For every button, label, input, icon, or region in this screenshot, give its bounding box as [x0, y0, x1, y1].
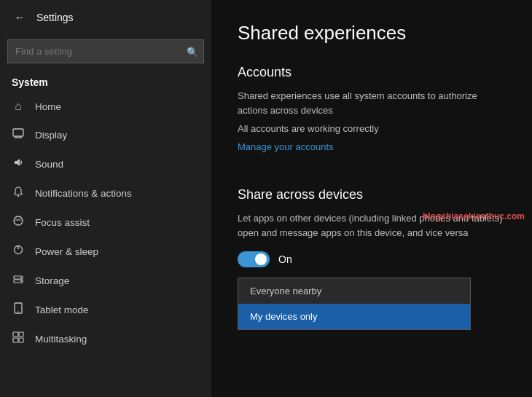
- sidebar-item-label: Storage: [35, 275, 69, 286]
- multitasking-icon: [12, 331, 25, 346]
- power-icon: [12, 244, 25, 259]
- svg-point-12: [20, 280, 22, 282]
- sidebar-item-label: Home: [35, 101, 61, 112]
- svg-point-11: [20, 277, 22, 278]
- toggle-label: On: [278, 253, 292, 265]
- sidebar-item-multitasking[interactable]: Multitasking: [0, 324, 211, 353]
- sidebar-item-power[interactable]: Power & sleep: [0, 237, 211, 266]
- svg-marker-4: [15, 159, 20, 166]
- sidebar-item-notifications[interactable]: Notifications & actions: [0, 178, 211, 208]
- svg-rect-0: [13, 129, 23, 136]
- sidebar-item-home[interactable]: ⌂ Home: [0, 93, 211, 120]
- search-icon: 🔍: [187, 46, 198, 57]
- toggle-knob: [255, 253, 267, 265]
- svg-rect-17: [13, 338, 18, 342]
- accounts-status: All accounts are working correctly: [238, 123, 506, 134]
- sidebar-item-focus[interactable]: Focus assist: [0, 208, 211, 237]
- nav-list: ⌂ Home Display Sound Notifications & act…: [0, 93, 211, 353]
- svg-rect-15: [13, 332, 18, 337]
- back-icon: ←: [15, 12, 25, 23]
- dropdown-item-mydevices[interactable]: My devices only: [238, 304, 470, 329]
- sidebar-item-sound[interactable]: Sound: [0, 149, 211, 178]
- svg-point-14: [17, 311, 19, 313]
- system-section-label: System: [0, 71, 211, 93]
- manage-accounts-link[interactable]: Manage your accounts: [238, 141, 334, 152]
- share-toggle-row: On: [238, 251, 506, 267]
- sidebar: ← Settings 🔍 System ⌂ Home Display Sound: [0, 0, 211, 397]
- display-icon: [12, 127, 25, 142]
- page-title: Shared experiences: [238, 22, 506, 44]
- svg-rect-16: [19, 332, 23, 337]
- search-input[interactable]: [7, 39, 204, 63]
- sidebar-item-label: Sound: [35, 159, 63, 170]
- home-icon: ⌂: [12, 100, 25, 113]
- sidebar-item-label: Power & sleep: [35, 246, 98, 257]
- tablet-icon: [12, 302, 25, 317]
- svg-point-5: [17, 195, 19, 197]
- focus-icon: [12, 215, 25, 229]
- notifications-icon: [12, 186, 25, 200]
- sidebar-header: ← Settings: [0, 0, 211, 35]
- main-content: Shared experiences Accounts Shared exper…: [211, 0, 532, 397]
- search-box-container: 🔍: [7, 39, 204, 63]
- accounts-description: Shared experiences use all system accoun…: [238, 89, 506, 117]
- sidebar-item-label: Focus assist: [35, 217, 90, 228]
- share-description: Let apps on other devices (including lin…: [238, 211, 506, 240]
- dropdown-item-everyone[interactable]: Everyone nearby: [238, 278, 470, 304]
- share-toggle[interactable]: [238, 251, 270, 267]
- sound-icon: [12, 157, 25, 171]
- share-dropdown: Everyone nearby My devices only: [238, 278, 471, 330]
- accounts-section-title: Accounts: [238, 65, 506, 80]
- sidebar-item-display[interactable]: Display: [0, 120, 211, 149]
- svg-rect-18: [19, 338, 23, 342]
- accounts-section: Accounts Shared experiences use all syst…: [238, 65, 506, 173]
- settings-title: Settings: [36, 12, 74, 23]
- sidebar-item-label: Notifications & actions: [35, 188, 132, 199]
- sidebar-item-label: Multitasking: [35, 334, 87, 345]
- storage-icon: [12, 273, 25, 288]
- sidebar-item-storage[interactable]: Storage: [0, 266, 211, 295]
- sidebar-item-label: Tablet mode: [35, 304, 89, 315]
- share-section: Share across devices Let apps on other d…: [238, 187, 506, 330]
- share-section-title: Share across devices: [238, 187, 506, 203]
- sidebar-item-tablet[interactable]: Tablet mode: [0, 295, 211, 324]
- sidebar-item-label: Display: [35, 130, 67, 141]
- back-button[interactable]: ←: [12, 9, 28, 26]
